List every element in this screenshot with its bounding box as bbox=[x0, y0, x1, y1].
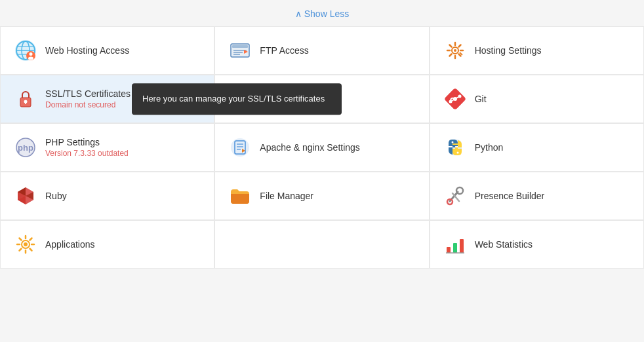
ssl-tls-certificates-item[interactable]: SSL/TLS Certificates Domain not secured … bbox=[0, 75, 214, 123]
svg-point-53 bbox=[451, 142, 453, 143]
ssl-tls-sublabel: Domain not secured bbox=[45, 100, 131, 109]
svg-rect-77 bbox=[453, 243, 457, 253]
empty-cell-row4-col1 bbox=[214, 220, 429, 269]
svg-rect-30 bbox=[25, 102, 26, 104]
hosting-settings-icon bbox=[443, 39, 467, 62]
ruby-label: Ruby bbox=[45, 191, 67, 201]
svg-point-36 bbox=[241, 98, 244, 101]
php-composer-item[interactable]: PHP Composer bbox=[214, 75, 429, 123]
svg-line-23 bbox=[458, 54, 460, 56]
presence-builder-item[interactable]: Presence Builder bbox=[430, 172, 644, 220]
python-item[interactable]: Python bbox=[430, 123, 644, 172]
web-statistics-icon bbox=[443, 233, 467, 256]
php-settings-label: PHP Settings bbox=[45, 137, 129, 147]
file-manager-item[interactable]: File Manager bbox=[214, 172, 429, 220]
file-manager-icon bbox=[228, 184, 252, 208]
ssl-icon bbox=[14, 87, 37, 111]
applications-icon bbox=[14, 233, 37, 256]
php-settings-item[interactable]: php PHP Settings Version 7.3.33 outdated bbox=[0, 123, 214, 172]
apache-nginx-item[interactable]: Apache & nginx Settings bbox=[214, 123, 429, 172]
ftp-icon bbox=[228, 39, 252, 62]
svg-text:php: php bbox=[18, 143, 33, 153]
web-statistics-item[interactable]: Web Statistics bbox=[430, 220, 644, 269]
git-label: Git bbox=[475, 94, 487, 104]
python-icon bbox=[443, 136, 467, 159]
web-hosting-access-label: Web Hosting Access bbox=[45, 45, 129, 56]
svg-line-73 bbox=[30, 249, 32, 251]
presence-builder-label: Presence Builder bbox=[475, 191, 545, 201]
ruby-icon bbox=[14, 184, 37, 208]
file-manager-label: File Manager bbox=[260, 191, 313, 201]
show-less-label: Show Less bbox=[304, 9, 349, 19]
svg-point-17 bbox=[454, 49, 456, 52]
ssl-tls-label: SSL/TLS Certificates bbox=[45, 88, 131, 99]
svg-rect-11 bbox=[232, 45, 248, 48]
svg-point-7 bbox=[30, 52, 33, 56]
show-less-bar: ∧ Show Less bbox=[0, 0, 644, 26]
svg-line-75 bbox=[20, 249, 22, 251]
svg-point-8 bbox=[28, 57, 33, 60]
svg-line-72 bbox=[20, 238, 22, 240]
svg-point-35 bbox=[236, 98, 239, 101]
php-composer-icon bbox=[228, 87, 252, 111]
applications-label: Applications bbox=[45, 239, 95, 250]
hosting-settings-item[interactable]: Hosting Settings bbox=[430, 26, 644, 75]
svg-rect-34 bbox=[237, 91, 243, 94]
apache-icon bbox=[228, 136, 252, 159]
presence-builder-icon bbox=[443, 184, 467, 208]
php-composer-label: PHP Composer bbox=[260, 94, 323, 104]
svg-rect-76 bbox=[447, 247, 451, 253]
web-statistics-label: Web Statistics bbox=[475, 239, 533, 250]
show-less-button[interactable]: ∧ Show Less bbox=[295, 9, 349, 19]
ftp-access-item[interactable]: FTP Access bbox=[214, 26, 429, 75]
web-hosting-icon bbox=[14, 39, 37, 62]
items-grid: Web Hosting Access FTP Access bbox=[0, 26, 644, 269]
php-settings-sublabel: Version 7.3.33 outdated bbox=[45, 149, 129, 158]
web-hosting-access-item[interactable]: Web Hosting Access bbox=[0, 26, 214, 75]
php-settings-icon: php bbox=[14, 136, 37, 159]
svg-point-63 bbox=[456, 187, 463, 194]
apache-nginx-label: Apache & nginx Settings bbox=[260, 142, 360, 153]
svg-rect-78 bbox=[460, 239, 464, 253]
svg-line-74 bbox=[30, 238, 32, 240]
svg-line-22 bbox=[449, 45, 451, 47]
chevron-up-icon: ∧ bbox=[295, 9, 302, 19]
svg-point-54 bbox=[456, 152, 458, 154]
git-item[interactable]: Git bbox=[430, 75, 644, 123]
svg-line-24 bbox=[458, 45, 460, 47]
hosting-settings-label: Hosting Settings bbox=[475, 45, 542, 56]
applications-item[interactable]: Applications bbox=[0, 220, 214, 269]
ftp-access-label: FTP Access bbox=[260, 45, 308, 56]
svg-point-67 bbox=[24, 242, 28, 246]
python-label: Python bbox=[475, 142, 504, 153]
svg-line-25 bbox=[449, 54, 451, 56]
ruby-item[interactable]: Ruby bbox=[0, 172, 214, 220]
git-icon bbox=[443, 87, 467, 111]
